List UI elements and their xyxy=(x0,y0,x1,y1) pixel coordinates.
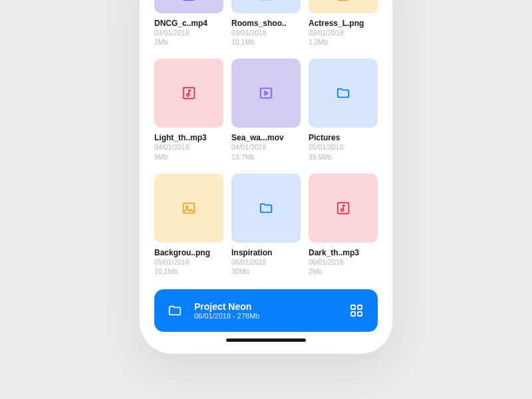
file-date: 04/01/2018 xyxy=(231,142,301,152)
file-tile[interactable]: Sea_wa...mov04/01/201813,7Mb xyxy=(231,59,301,161)
svg-rect-13 xyxy=(358,312,362,316)
file-tile[interactable]: Dark_th..mp306/01/20182Mb xyxy=(309,174,378,276)
folder-icon xyxy=(168,303,182,318)
file-tile[interactable]: Backgrou..png05/01/201810,1Mb xyxy=(154,174,223,276)
file-name: DNCG_c..mp4 xyxy=(154,19,223,28)
folder-icon xyxy=(231,0,301,13)
file-name: Pictures xyxy=(309,133,378,142)
file-name: Actress_L.png xyxy=(309,19,378,28)
file-name: Light_th..mp3 xyxy=(154,133,223,142)
music-icon xyxy=(309,174,378,243)
file-date: 03/01/2018 xyxy=(231,28,301,37)
banner-subtitle: 06/01/2018 - 278Mb xyxy=(194,312,348,320)
file-tile[interactable]: Actress_L.png03/01/20181,2Mb xyxy=(309,0,378,47)
file-date: 03/01/2018 xyxy=(154,28,223,37)
file-size: 9Mb xyxy=(154,152,223,162)
file-size: 2Mb xyxy=(309,267,378,276)
image-icon xyxy=(309,0,378,13)
music-icon xyxy=(154,59,223,128)
file-name: Inspiration xyxy=(231,248,301,257)
svg-rect-5 xyxy=(261,88,272,98)
svg-point-4 xyxy=(187,94,190,96)
file-grid: DNCG_c..mp403/01/20182MbRooms_shoo..03/0… xyxy=(149,0,383,285)
svg-rect-12 xyxy=(351,312,355,316)
file-date: 05/01/2018 xyxy=(309,142,378,152)
file-tile[interactable]: Light_th..mp304/01/20189Mb xyxy=(154,59,223,161)
folder-icon xyxy=(231,174,301,243)
home-indicator[interactable] xyxy=(226,338,306,342)
file-size: 30Mb xyxy=(231,267,301,276)
file-name: Rooms_shoo.. xyxy=(231,19,301,28)
svg-rect-11 xyxy=(358,305,362,309)
file-date: 06/01/2018 xyxy=(231,257,301,267)
file-name: Dark_th..mp3 xyxy=(309,248,378,257)
video-icon xyxy=(231,59,301,128)
image-icon xyxy=(154,174,223,243)
banner-title: Project Neon xyxy=(194,301,348,312)
folder-icon xyxy=(309,59,378,128)
svg-point-7 xyxy=(186,205,188,207)
file-date: 04/01/2018 xyxy=(154,142,223,152)
file-size: 13,7Mb xyxy=(231,152,301,162)
file-size: 10,1Mb xyxy=(154,267,223,276)
file-date: 03/01/2018 xyxy=(309,28,378,37)
file-size: 10,1Mb xyxy=(231,37,301,47)
grid-view-button[interactable] xyxy=(348,303,364,319)
file-tile[interactable]: Inspiration06/01/201830Mb xyxy=(231,174,301,276)
file-date: 06/01/2018 xyxy=(309,257,378,267)
file-date: 05/01/2018 xyxy=(154,257,223,267)
file-size: 2Mb xyxy=(154,37,223,47)
svg-rect-10 xyxy=(351,305,355,309)
file-tile[interactable]: DNCG_c..mp403/01/20182Mb xyxy=(154,0,223,47)
file-name: Sea_wa...mov xyxy=(231,133,301,142)
video-icon xyxy=(154,0,223,13)
project-banner[interactable]: Project Neon 06/01/2018 - 278Mb xyxy=(154,289,378,332)
banner-text: Project Neon 06/01/2018 - 278Mb xyxy=(194,301,348,320)
file-tile[interactable]: Rooms_shoo..03/01/201810,1Mb xyxy=(231,0,301,47)
svg-point-9 xyxy=(341,209,344,211)
phone-frame: DNCG_c..mp403/01/20182MbRooms_shoo..03/0… xyxy=(140,0,392,354)
file-name: Backgrou..png xyxy=(154,248,223,257)
file-size: 1,2Mb xyxy=(309,37,378,47)
file-tile[interactable]: Pictures05/01/201839,5Mb xyxy=(309,59,378,161)
file-size: 39,5Mb xyxy=(309,152,378,162)
